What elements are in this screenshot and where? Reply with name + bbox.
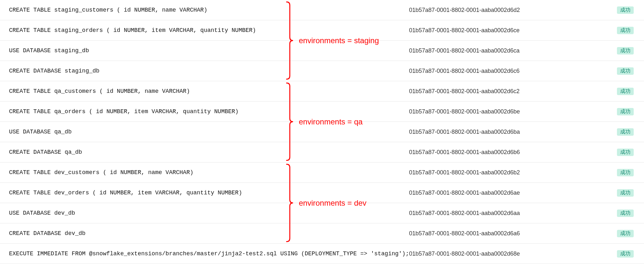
status-badge: 成功	[617, 47, 634, 54]
query-history-viewport: CREATE TABLE staging_customers ( id NUMB…	[0, 0, 644, 264]
sql-cell: EXECUTE IMMEDIATE FROM @snowflake_extens…	[0, 244, 409, 264]
status-badge: 成功	[617, 128, 634, 136]
status-cell: 成功	[605, 223, 644, 244]
status-badge: 成功	[617, 149, 634, 156]
query-id-cell[interactable]: 01b57a87-0001-8802-0001-aaba0002d6ca	[409, 41, 605, 61]
status-badge: 成功	[617, 210, 634, 217]
query-id-cell[interactable]: 01b57a87-0001-8802-0001-aaba0002d6b6	[409, 142, 605, 162]
table-row[interactable]: USE DATABASE dev_db01b57a87-0001-8802-00…	[0, 203, 644, 223]
query-id-cell[interactable]: 01b57a87-0001-8802-0001-aaba0002d6be	[409, 102, 605, 122]
status-cell: 成功	[605, 203, 644, 223]
table-row[interactable]: EXECUTE IMMEDIATE FROM @snowflake_extens…	[0, 244, 644, 264]
query-id-cell[interactable]: 01b57a87-0001-8802-0001-aaba0002d6aa	[409, 203, 605, 223]
status-badge: 成功	[617, 67, 634, 75]
status-cell: 成功	[605, 81, 644, 102]
status-cell: 成功	[605, 122, 644, 142]
table-row[interactable]: CREATE TABLE staging_customers ( id NUMB…	[0, 0, 644, 20]
status-cell: 成功	[605, 142, 644, 162]
sql-cell: CREATE TABLE dev_orders ( id NUMBER, ite…	[0, 183, 409, 203]
sql-cell: CREATE TABLE qa_orders ( id NUMBER, item…	[0, 102, 409, 122]
sql-cell: USE DATABASE dev_db	[0, 203, 409, 223]
sql-cell: CREATE TABLE staging_orders ( id NUMBER,…	[0, 20, 409, 41]
table-row[interactable]: CREATE TABLE staging_orders ( id NUMBER,…	[0, 20, 644, 41]
sql-cell: CREATE DATABASE qa_db	[0, 142, 409, 162]
table-row[interactable]: CREATE TABLE qa_customers ( id NUMBER, n…	[0, 81, 644, 102]
query-id-cell[interactable]: 01b57a87-0001-8802-0001-aaba0002d68e	[409, 244, 605, 264]
query-id-cell[interactable]: 01b57a87-0001-8802-0001-aaba0002d6a6	[409, 223, 605, 244]
sql-cell: USE DATABASE qa_db	[0, 122, 409, 142]
table-row[interactable]: USE DATABASE staging_db01b57a87-0001-880…	[0, 41, 644, 61]
status-badge: 成功	[617, 169, 634, 176]
status-badge: 成功	[617, 230, 634, 237]
sql-cell: CREATE TABLE staging_customers ( id NUMB…	[0, 0, 409, 20]
sql-cell: CREATE TABLE qa_customers ( id NUMBER, n…	[0, 81, 409, 102]
table-row[interactable]: CREATE DATABASE qa_db01b57a87-0001-8802-…	[0, 142, 644, 162]
status-cell: 成功	[605, 102, 644, 122]
status-badge: 成功	[617, 6, 634, 14]
query-id-cell[interactable]: 01b57a87-0001-8802-0001-aaba0002d6c6	[409, 61, 605, 81]
table-row[interactable]: CREATE TABLE dev_orders ( id NUMBER, ite…	[0, 183, 644, 203]
table-row[interactable]: CREATE TABLE dev_customers ( id NUMBER, …	[0, 162, 644, 183]
status-cell: 成功	[605, 0, 644, 20]
query-id-cell[interactable]: 01b57a87-0001-8802-0001-aaba0002d6ba	[409, 122, 605, 142]
status-badge: 成功	[617, 250, 634, 258]
status-badge: 成功	[617, 189, 634, 197]
table-row[interactable]: CREATE DATABASE dev_db01b57a87-0001-8802…	[0, 223, 644, 244]
status-cell: 成功	[605, 162, 644, 183]
table-row[interactable]: USE DATABASE qa_db01b57a87-0001-8802-000…	[0, 122, 644, 142]
query-id-cell[interactable]: 01b57a87-0001-8802-0001-aaba0002d6d2	[409, 0, 605, 20]
table-row[interactable]: CREATE DATABASE staging_db01b57a87-0001-…	[0, 61, 644, 81]
sql-cell: CREATE DATABASE staging_db	[0, 61, 409, 81]
status-cell: 成功	[605, 20, 644, 41]
status-badge: 成功	[617, 27, 634, 34]
status-cell: 成功	[605, 183, 644, 203]
query-history-table: CREATE TABLE staging_customers ( id NUMB…	[0, 0, 644, 264]
table-row[interactable]: CREATE TABLE qa_orders ( id NUMBER, item…	[0, 102, 644, 122]
query-id-cell[interactable]: 01b57a87-0001-8802-0001-aaba0002d6c2	[409, 81, 605, 102]
status-badge: 成功	[617, 108, 634, 115]
query-id-cell[interactable]: 01b57a87-0001-8802-0001-aaba0002d6b2	[409, 162, 605, 183]
status-cell: 成功	[605, 41, 644, 61]
status-badge: 成功	[617, 88, 634, 95]
status-cell: 成功	[605, 244, 644, 264]
sql-cell: CREATE DATABASE dev_db	[0, 223, 409, 244]
sql-cell: CREATE TABLE dev_customers ( id NUMBER, …	[0, 162, 409, 183]
query-id-cell[interactable]: 01b57a87-0001-8802-0001-aaba0002d6ae	[409, 183, 605, 203]
status-cell: 成功	[605, 61, 644, 81]
sql-cell: USE DATABASE staging_db	[0, 41, 409, 61]
query-id-cell[interactable]: 01b57a87-0001-8802-0001-aaba0002d6ce	[409, 20, 605, 41]
